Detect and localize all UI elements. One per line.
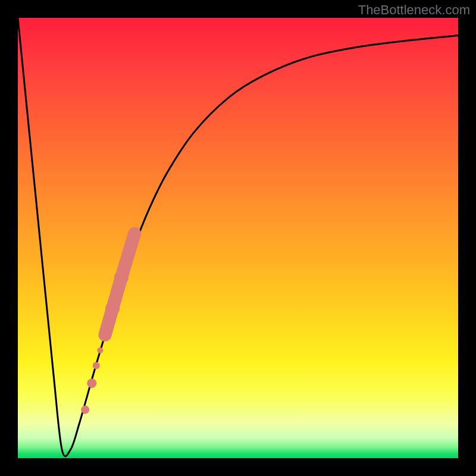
marker-dot <box>97 347 103 353</box>
watermark-text: TheBottleneck.com <box>358 2 470 18</box>
marker-dot <box>114 271 129 285</box>
marker-dot <box>81 406 89 414</box>
plot-area <box>18 18 458 458</box>
marker-dot <box>100 330 111 340</box>
marker-dot <box>123 245 136 258</box>
marker-dot <box>93 362 100 369</box>
marker-dot <box>87 378 96 388</box>
chart-svg <box>18 18 458 458</box>
marker-dot <box>105 301 120 315</box>
chart-frame: TheBottleneck.com <box>0 0 476 476</box>
highlighted-points <box>81 228 140 414</box>
marker-dot <box>129 228 140 239</box>
bottleneck-curve <box>18 18 458 456</box>
